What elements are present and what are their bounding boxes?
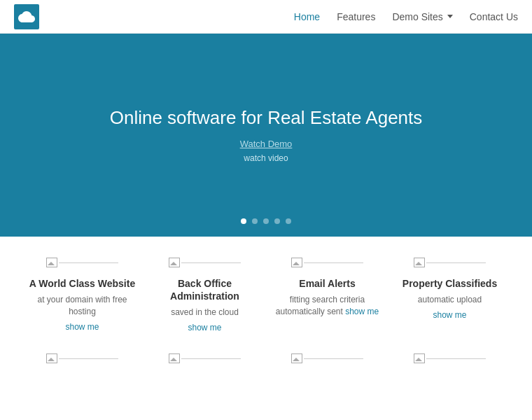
feature-website: A World Class Website at your domain wit… — [21, 258, 144, 332]
nav-demo-sites[interactable]: Demo Sites — [392, 11, 452, 22]
feature-back-office-desc: saved in the cloud — [171, 307, 239, 318]
feature-classifieds-link[interactable]: show me — [433, 310, 466, 320]
feature-website-desc: at your domain with free hosting — [28, 294, 136, 318]
feature-item-7 — [266, 354, 388, 373]
hero-title: Online software for Real Estate Agents — [110, 107, 423, 129]
feature-classifieds-desc: automatic upload — [418, 294, 482, 306]
feature-5-image — [46, 354, 118, 363]
broken-image-icon — [169, 354, 180, 363]
dot-4[interactable] — [274, 218, 280, 224]
features-row-1: A World Class Website at your domain wit… — [21, 258, 511, 332]
broken-image-icon — [291, 354, 302, 363]
feature-back-office: Back Office Administration saved in the … — [144, 258, 266, 332]
feature-item-8 — [388, 354, 511, 373]
feature-email-alerts: Email Alerts fitting search criteria aut… — [266, 258, 388, 332]
broken-image-icon — [169, 258, 180, 267]
dot-2[interactable] — [252, 218, 258, 224]
nav-contact-us[interactable]: Contact Us — [470, 11, 518, 22]
nav-demo-sites-link[interactable]: Demo Sites — [392, 11, 442, 22]
feature-item-6 — [144, 354, 266, 373]
features-section: A World Class Website at your domain wit… — [0, 237, 532, 401]
feature-classifieds-image — [414, 258, 486, 267]
header: Home Features Demo Sites Contact Us — [0, 0, 532, 34]
feature-website-link[interactable]: show me — [65, 322, 99, 332]
logo-icon — [14, 4, 39, 29]
feature-website-title: A World Class Website — [29, 277, 135, 290]
logo — [14, 4, 39, 29]
feature-8-image — [414, 354, 486, 363]
feature-item-5 — [21, 354, 144, 373]
feature-classifieds-title: Property Classifieds — [402, 277, 497, 290]
nav-features[interactable]: Features — [337, 11, 375, 22]
features-row-2 — [21, 354, 511, 373]
broken-image-icon — [291, 258, 302, 267]
watch-demo-link[interactable]: Watch Demo — [240, 139, 293, 149]
broken-image-icon — [46, 354, 57, 363]
feature-email-alerts-title: Email Alerts — [299, 277, 355, 290]
watch-video-text: watch video — [244, 153, 288, 163]
chevron-down-icon — [447, 15, 453, 18]
dot-1[interactable] — [241, 218, 246, 224]
broken-image-icon — [414, 354, 425, 363]
feature-classifieds: Property Classifieds automatic upload sh… — [388, 258, 511, 332]
broken-image-icon — [414, 258, 425, 267]
feature-back-office-title: Back Office Administration — [150, 277, 259, 302]
hero-section: Online software for Real Estate Agents W… — [0, 34, 532, 237]
feature-email-alerts-desc: fitting search criteria automatically se… — [273, 294, 382, 318]
feature-back-office-image — [169, 258, 241, 267]
hero-dots — [241, 218, 291, 224]
feature-email-alerts-image — [291, 258, 363, 267]
dot-5[interactable] — [286, 218, 291, 224]
main-nav: Home Features Demo Sites Contact Us — [294, 11, 518, 22]
broken-image-icon — [46, 258, 57, 267]
feature-6-image — [169, 354, 241, 363]
nav-home[interactable]: Home — [294, 11, 320, 22]
feature-7-image — [291, 354, 363, 363]
feature-back-office-link[interactable]: show me — [188, 323, 221, 332]
cloud-icon — [18, 8, 35, 25]
feature-email-alerts-link[interactable]: show me — [345, 307, 379, 316]
feature-website-image — [46, 258, 118, 267]
dot-3[interactable] — [263, 218, 269, 224]
